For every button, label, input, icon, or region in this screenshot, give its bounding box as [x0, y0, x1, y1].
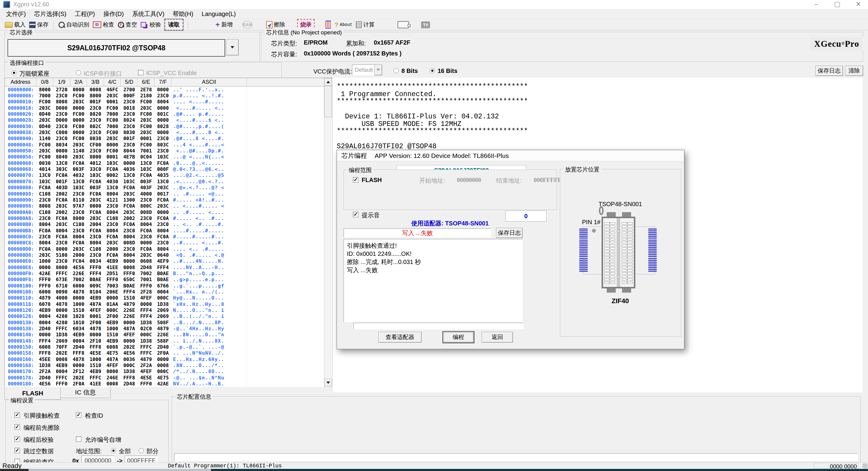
- hex-row[interactable]: 00000158:FFF8202EFFF84E5E4E754E56FFFC2F0…: [5, 350, 324, 356]
- hex-word[interactable]: 203C: [138, 129, 155, 135]
- hex-column-header[interactable]: 7/F: [155, 78, 172, 87]
- hex-word[interactable]: FC0A: [138, 227, 155, 233]
- hex-word[interactable]: 4EF9: [155, 258, 172, 264]
- hex-word[interactable]: 0001: [104, 154, 121, 160]
- hex-word[interactable]: FC0A: [104, 166, 121, 172]
- hex-word[interactable]: FC0A: [53, 233, 70, 240]
- hex-word[interactable]: 23C0: [87, 148, 104, 154]
- hex-word[interactable]: 4121: [104, 197, 121, 203]
- hex-word[interactable]: 8004: [121, 233, 138, 240]
- hex-word[interactable]: 2F0A: [155, 350, 172, 356]
- hex-word[interactable]: FC00: [70, 111, 87, 117]
- hex-word[interactable]: 4E5E: [138, 375, 155, 381]
- hex-word[interactable]: 0000: [70, 129, 87, 135]
- hex-word[interactable]: 4280: [53, 313, 70, 319]
- hex-word[interactable]: 000C: [138, 332, 155, 338]
- hex-word[interactable]: 23C0: [138, 197, 155, 203]
- hex-word[interactable]: 23C0: [138, 215, 155, 221]
- menu-item[interactable]: 工程(P): [70, 9, 99, 19]
- hex-word[interactable]: 000F: [121, 93, 138, 98]
- hex-word[interactable]: FC0A: [155, 160, 172, 166]
- hex-word[interactable]: FFF4: [87, 270, 104, 276]
- hex-word[interactable]: 0017: [155, 191, 172, 197]
- dialog-title-bar[interactable]: 芯片编程 APP Version: 12.60 Device Model: TL…: [337, 150, 684, 161]
- hex-word[interactable]: 1D38: [53, 332, 70, 338]
- hex-word[interactable]: 1000: [104, 325, 121, 332]
- hex-word[interactable]: 2F12: [70, 369, 87, 375]
- hex-word[interactable]: 4E56: [36, 381, 53, 387]
- hex-word[interactable]: 01AA: [104, 301, 121, 307]
- hex-word[interactable]: 4EB9: [104, 338, 121, 344]
- hex-word[interactable]: 0002: [104, 172, 121, 179]
- hex-word[interactable]: 2069: [155, 313, 172, 319]
- hex-word[interactable]: 23C0: [121, 142, 138, 148]
- 查空-toolbar-button[interactable]: F查空: [118, 20, 137, 30]
- hex-row[interactable]: 00000050:203C0000114023C0FC008044700123C…: [5, 148, 324, 154]
- hex-word[interactable]: 203C: [121, 191, 138, 197]
- hex-word[interactable]: 7000: [104, 111, 121, 117]
- hex-word[interactable]: 13C0: [53, 160, 70, 166]
- hex-word[interactable]: 8000: [53, 246, 70, 252]
- hex-word[interactable]: 0004: [155, 289, 172, 295]
- minimize-icon[interactable]: –: [808, 0, 824, 8]
- hex-word[interactable]: 103C: [104, 160, 121, 166]
- hex-word[interactable]: 103C: [87, 172, 104, 179]
- hex-word[interactable]: 0008: [121, 264, 138, 270]
- menu-item[interactable]: 芯片选择(S): [30, 9, 71, 19]
- hex-word[interactable]: 2D40: [70, 344, 87, 350]
- hex-word[interactable]: 8000: [87, 93, 104, 98]
- hex-word[interactable]: 02C0: [138, 325, 155, 332]
- hex-word[interactable]: FC0A: [87, 191, 104, 197]
- hex-word[interactable]: 203C: [138, 105, 155, 111]
- check-id-checkbox[interactable]: [76, 412, 82, 418]
- hex-word[interactable]: 203C: [104, 93, 121, 98]
- hex-word[interactable]: 2D40: [36, 325, 53, 332]
- hex-word[interactable]: FFF0: [104, 277, 121, 283]
- hex-word[interactable]: 0000: [155, 117, 172, 123]
- addr-range-all-radio[interactable]: [111, 448, 116, 453]
- hex-row[interactable]: 000000E8:000080004E56FFF041EE00082D48FFF…: [5, 264, 324, 270]
- hex-word[interactable]: 226E: [70, 270, 87, 276]
- hex-row[interactable]: 00000150:600870FF2D40FFF86008202EFFFC2D4…: [5, 344, 324, 350]
- logic-toolbar-button[interactable]: [398, 20, 409, 30]
- hex-word[interactable]: 23C0: [53, 123, 70, 129]
- hex-word[interactable]: 8044: [121, 148, 138, 154]
- hex-word[interactable]: 6008: [36, 344, 53, 350]
- hex-word[interactable]: 4879: [36, 295, 53, 301]
- hex-column-header[interactable]: 0/8: [36, 78, 53, 87]
- hex-word[interactable]: 0D40: [36, 111, 53, 117]
- hex-word[interactable]: 70FF: [53, 344, 70, 350]
- tv-toolbar-button[interactable]: TV: [421, 20, 430, 30]
- hex-row[interactable]: 00000098:8008203C97A7000023C0FC0A800C203…: [5, 203, 324, 209]
- hex-word[interactable]: 206E: [104, 289, 121, 295]
- hex-row[interactable]: 00000010:FC008008203C001F000123C0FC00800…: [5, 99, 324, 105]
- hex-word[interactable]: 4014: [36, 166, 53, 172]
- hex-word[interactable]: 487A: [121, 325, 138, 332]
- hex-word[interactable]: 0000: [155, 87, 172, 93]
- hex-row[interactable]: 000000C0:23C0FC0A800423C0FC0A800423C0FC0…: [5, 233, 324, 240]
- hex-word[interactable]: 23C0: [53, 111, 70, 117]
- hex-column-header[interactable]: 3/B: [87, 78, 104, 87]
- hex-word[interactable]: 203C: [155, 203, 172, 209]
- close-icon[interactable]: ✕: [850, 0, 866, 8]
- hex-word[interactable]: 4000: [53, 295, 70, 301]
- hex-word[interactable]: 6766: [155, 283, 172, 289]
- hex-word[interactable]: 0000: [121, 319, 138, 325]
- hex-word[interactable]: 4280: [53, 319, 70, 325]
- view-adapter-button[interactable]: 查看适配器: [378, 332, 422, 343]
- hex-word[interactable]: FFF0: [36, 277, 53, 283]
- addr-range-part-radio[interactable]: [138, 448, 144, 453]
- hex-word[interactable]: 203C: [70, 99, 87, 105]
- pins-toolbar-button[interactable]: [326, 20, 331, 30]
- hex-word[interactable]: 0000: [36, 332, 53, 338]
- ram-toolbar-button[interactable]: RAM: [242, 20, 253, 30]
- hex-row[interactable]: 00000168:1D384EB9000015104FEF000C2F2A000…: [5, 362, 324, 368]
- hex-word[interactable]: 8008: [36, 203, 53, 209]
- hex-word[interactable]: 8000: [36, 87, 53, 93]
- title-bar[interactable]: Xgpro v12.60 – ▢ ✕: [0, 0, 868, 9]
- hex-word[interactable]: B0AE: [155, 270, 172, 276]
- hex-word[interactable]: 1140: [70, 148, 87, 154]
- hex-word[interactable]: 0000: [155, 209, 172, 215]
- menu-item[interactable]: 文件(F): [2, 9, 30, 19]
- hex-word[interactable]: 23C0: [53, 93, 70, 98]
